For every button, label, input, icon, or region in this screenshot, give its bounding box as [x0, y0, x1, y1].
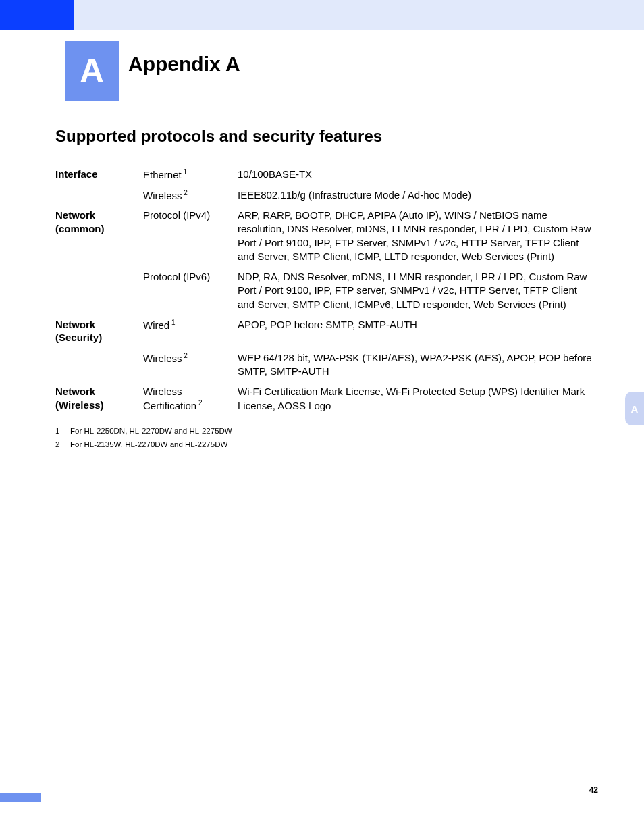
row-value: ARP, RARP, BOOTP, DHCP, APIPA (Auto IP),…	[238, 209, 595, 263]
content-table: InterfaceEthernet 110/100BASE-TXWireless…	[55, 167, 595, 452]
footnote-text: For HL-2250DN, HL-2270DW and HL-2275DW	[70, 425, 232, 437]
table-row: Wireless 2IEEE802.11b/g (Infrastructure …	[55, 188, 595, 203]
footnotes: 1For HL-2250DN, HL-2270DW and HL-2275DW2…	[55, 425, 595, 451]
footnote: 2For HL-2135W, HL-2270DW and HL-2275DW	[55, 438, 595, 450]
row-value: Wi-Fi Certification Mark License, Wi-Fi …	[238, 385, 595, 413]
table-row: Wireless 2WEP 64/128 bit, WPA-PSK (TKIP/…	[55, 351, 595, 379]
appendix-title: Appendix A	[128, 53, 240, 76]
row-label-sup: 2	[182, 352, 188, 359]
bottom-accent-bar	[0, 793, 41, 802]
row-value: WEP 64/128 bit, WPA-PSK (TKIP/AES), WPA2…	[238, 351, 595, 379]
row-label-sup: 2	[182, 189, 188, 197]
appendix-badge: A	[65, 41, 119, 101]
row-label-text: Wireless	[143, 353, 182, 364]
row-group: Network (Wireless)	[55, 385, 143, 411]
row-label-sup: 1	[169, 319, 175, 326]
row-group: Interface	[55, 167, 143, 181]
row-value: APOP, POP before SMTP, SMTP-AUTH	[238, 318, 595, 332]
row-label-text: Wired	[143, 319, 169, 331]
row-label: Wireless 2	[143, 351, 238, 365]
table-row: InterfaceEthernet 110/100BASE-TX	[55, 167, 595, 182]
row-label: Protocol (IPv6)	[143, 270, 238, 284]
table-row: Protocol (IPv6)NDP, RA, DNS Resolver, mD…	[55, 270, 595, 311]
section-title: Supported protocols and security feature…	[55, 127, 382, 146]
side-tab-letter: A	[631, 403, 639, 415]
table-row: Network (Wireless)Wireless Certification…	[55, 385, 595, 413]
row-label: Wired 1	[143, 318, 238, 332]
row-value: 10/100BASE-TX	[238, 167, 595, 181]
row-label: Ethernet 1	[143, 167, 238, 182]
row-label: Wireless Certification 2	[143, 385, 238, 412]
row-label-text: Ethernet	[143, 169, 182, 180]
appendix-letter: A	[80, 51, 104, 90]
row-group: Network (Security)	[55, 318, 143, 344]
row-label-sup: 1	[182, 168, 187, 176]
row-label-text: Protocol (IPv4)	[143, 209, 210, 221]
table-row: Network (Security)Wired 1APOP, POP befor…	[55, 318, 595, 344]
top-band	[0, 0, 644, 30]
footnote: 1For HL-2250DN, HL-2270DW and HL-2275DW	[55, 425, 595, 437]
row-value: IEEE802.11b/g (Infrastructure Mode / Ad-…	[238, 188, 595, 202]
footnote-num: 1	[55, 425, 62, 437]
row-label-text: Wireless	[143, 190, 182, 201]
row-value: NDP, RA, DNS Resolver, mDNS, LLMNR respo…	[238, 270, 595, 311]
top-band-accent	[0, 0, 74, 30]
footnote-text: For HL-2135W, HL-2270DW and HL-2275DW	[70, 438, 227, 450]
row-label-text: Wireless Certification	[143, 386, 196, 411]
footnote-num: 2	[55, 438, 62, 450]
row-label: Protocol (IPv4)	[143, 209, 238, 222]
row-label-text: Protocol (IPv6)	[143, 271, 210, 282]
row-group: Network (common)	[55, 209, 143, 235]
page-number: 42	[589, 785, 598, 795]
side-tab: A	[625, 392, 644, 425]
row-label-sup: 2	[196, 399, 202, 407]
row-label: Wireless 2	[143, 188, 238, 203]
table-row: Network (common)Protocol (IPv4)ARP, RARP…	[55, 209, 595, 263]
